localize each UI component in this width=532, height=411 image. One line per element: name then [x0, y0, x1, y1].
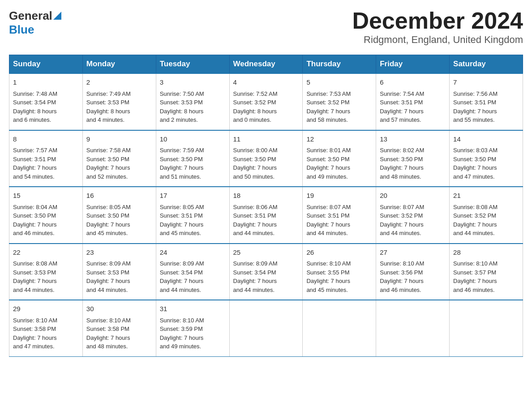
calendar-week-row: 22 Sunrise: 8:08 AMSunset: 3:53 PMDaylig… — [9, 244, 523, 300]
calendar-day-cell: 28 Sunrise: 8:10 AMSunset: 3:57 PMDaylig… — [450, 244, 523, 300]
calendar-week-row: 8 Sunrise: 7:57 AMSunset: 3:51 PMDayligh… — [9, 130, 523, 187]
calendar-day-cell: 13 Sunrise: 8:02 AMSunset: 3:50 PMDaylig… — [376, 130, 450, 187]
day-info: Sunrise: 8:09 AMSunset: 3:53 PMDaylight:… — [86, 259, 152, 294]
day-info: Sunrise: 8:10 AMSunset: 3:58 PMDaylight:… — [13, 316, 79, 351]
weekday-header: Tuesday — [156, 55, 229, 74]
day-info: Sunrise: 8:10 AMSunset: 3:57 PMDaylight:… — [453, 259, 519, 294]
calendar-week-row: 1 Sunrise: 7:48 AMSunset: 3:54 PMDayligh… — [9, 73, 523, 130]
day-info: Sunrise: 8:05 AMSunset: 3:51 PMDaylight:… — [160, 203, 226, 238]
day-info: Sunrise: 7:58 AMSunset: 3:50 PMDaylight:… — [86, 146, 152, 181]
day-number: 5 — [306, 77, 372, 88]
day-info: Sunrise: 7:57 AMSunset: 3:51 PMDaylight:… — [13, 146, 79, 181]
day-number: 6 — [380, 77, 446, 88]
day-info: Sunrise: 7:56 AMSunset: 3:51 PMDaylight:… — [453, 90, 519, 124]
day-info: Sunrise: 7:49 AMSunset: 3:53 PMDaylight:… — [86, 90, 152, 124]
day-info: Sunrise: 7:48 AMSunset: 3:54 PMDaylight:… — [13, 90, 79, 124]
weekday-header: Monday — [82, 55, 156, 74]
calendar-day-cell — [450, 300, 523, 356]
day-info: Sunrise: 8:04 AMSunset: 3:50 PMDaylight:… — [13, 203, 79, 238]
calendar-day-cell: 15 Sunrise: 8:04 AMSunset: 3:50 PMDaylig… — [9, 187, 83, 244]
day-info: Sunrise: 8:06 AMSunset: 3:51 PMDaylight:… — [233, 203, 299, 238]
day-number: 1 — [13, 77, 79, 88]
day-info: Sunrise: 8:07 AMSunset: 3:51 PMDaylight:… — [306, 203, 372, 238]
day-number: 27 — [380, 248, 446, 258]
day-info: Sunrise: 8:10 AMSunset: 3:56 PMDaylight:… — [380, 259, 446, 294]
day-info: Sunrise: 7:50 AMSunset: 3:53 PMDaylight:… — [160, 90, 226, 124]
day-info: Sunrise: 8:00 AMSunset: 3:50 PMDaylight:… — [233, 146, 299, 181]
calendar-day-cell: 11 Sunrise: 8:00 AMSunset: 3:50 PMDaylig… — [229, 130, 303, 187]
calendar-day-cell: 25 Sunrise: 8:09 AMSunset: 3:54 PMDaylig… — [229, 244, 303, 300]
weekday-header: Sunday — [9, 55, 83, 74]
calendar-day-cell: 29 Sunrise: 8:10 AMSunset: 3:58 PMDaylig… — [9, 300, 83, 356]
calendar-week-row: 15 Sunrise: 8:04 AMSunset: 3:50 PMDaylig… — [9, 187, 523, 244]
calendar-day-cell: 30 Sunrise: 8:10 AMSunset: 3:58 PMDaylig… — [82, 300, 156, 356]
calendar-day-cell: 1 Sunrise: 7:48 AMSunset: 3:54 PMDayligh… — [9, 73, 83, 130]
calendar-day-cell: 7 Sunrise: 7:56 AMSunset: 3:51 PMDayligh… — [450, 73, 523, 130]
day-number: 30 — [86, 304, 152, 314]
logo-general-text: General — [9, 9, 52, 23]
weekday-header: Thursday — [303, 55, 376, 74]
calendar-day-cell: 19 Sunrise: 8:07 AMSunset: 3:51 PMDaylig… — [303, 187, 376, 244]
calendar-table: SundayMondayTuesdayWednesdayThursdayFrid… — [9, 55, 523, 357]
calendar-day-cell: 24 Sunrise: 8:09 AMSunset: 3:54 PMDaylig… — [156, 244, 229, 300]
calendar-day-cell: 10 Sunrise: 7:59 AMSunset: 3:50 PMDaylig… — [156, 130, 229, 187]
weekday-header: Wednesday — [229, 55, 303, 74]
day-number: 28 — [453, 248, 519, 258]
title-block: December 2024 Ridgmont, England, United … — [352, 9, 523, 46]
day-number: 15 — [13, 191, 79, 201]
calendar-day-cell: 16 Sunrise: 8:05 AMSunset: 3:50 PMDaylig… — [82, 187, 156, 244]
day-number: 29 — [13, 304, 79, 314]
calendar-day-cell — [376, 300, 450, 356]
day-info: Sunrise: 8:08 AMSunset: 3:53 PMDaylight:… — [13, 259, 79, 294]
day-number: 20 — [380, 191, 446, 201]
day-number: 11 — [233, 134, 299, 145]
month-title: December 2024 — [352, 9, 523, 32]
day-info: Sunrise: 8:02 AMSunset: 3:50 PMDaylight:… — [380, 146, 446, 181]
day-info: Sunrise: 8:09 AMSunset: 3:54 PMDaylight:… — [160, 259, 226, 294]
day-info: Sunrise: 8:07 AMSunset: 3:52 PMDaylight:… — [380, 203, 446, 238]
day-number: 22 — [13, 248, 79, 258]
day-number: 14 — [453, 134, 519, 145]
day-info: Sunrise: 7:54 AMSunset: 3:51 PMDaylight:… — [380, 90, 446, 124]
day-info: Sunrise: 7:52 AMSunset: 3:52 PMDaylight:… — [233, 90, 299, 124]
day-number: 31 — [160, 304, 226, 314]
day-number: 25 — [233, 248, 299, 258]
day-number: 17 — [160, 191, 226, 201]
calendar-day-cell: 22 Sunrise: 8:08 AMSunset: 3:53 PMDaylig… — [9, 244, 83, 300]
calendar-day-cell: 2 Sunrise: 7:49 AMSunset: 3:53 PMDayligh… — [82, 73, 156, 130]
day-number: 19 — [306, 191, 372, 201]
day-info: Sunrise: 8:10 AMSunset: 3:59 PMDaylight:… — [160, 316, 226, 351]
day-number: 23 — [86, 248, 152, 258]
day-number: 7 — [453, 77, 519, 88]
day-number: 26 — [306, 248, 372, 258]
day-info: Sunrise: 7:59 AMSunset: 3:50 PMDaylight:… — [160, 146, 226, 181]
day-number: 10 — [160, 134, 226, 145]
page-header: General Blue December 2024 Ridgmont, Eng… — [9, 9, 523, 46]
day-number: 8 — [13, 134, 79, 145]
calendar-day-cell: 3 Sunrise: 7:50 AMSunset: 3:53 PMDayligh… — [156, 73, 229, 130]
day-info: Sunrise: 8:05 AMSunset: 3:50 PMDaylight:… — [86, 203, 152, 238]
weekday-header: Saturday — [450, 55, 523, 74]
day-number: 9 — [86, 134, 152, 145]
calendar-day-cell: 8 Sunrise: 7:57 AMSunset: 3:51 PMDayligh… — [9, 130, 83, 187]
day-number: 24 — [160, 248, 226, 258]
calendar-day-cell: 14 Sunrise: 8:03 AMSunset: 3:50 PMDaylig… — [450, 130, 523, 187]
calendar-day-cell: 9 Sunrise: 7:58 AMSunset: 3:50 PMDayligh… — [82, 130, 156, 187]
logo: General Blue — [9, 9, 61, 37]
day-number: 18 — [233, 191, 299, 201]
calendar-day-cell: 20 Sunrise: 8:07 AMSunset: 3:52 PMDaylig… — [376, 187, 450, 244]
calendar-day-cell: 31 Sunrise: 8:10 AMSunset: 3:59 PMDaylig… — [156, 300, 229, 356]
weekday-header: Friday — [376, 55, 450, 74]
day-number: 13 — [380, 134, 446, 145]
day-number: 4 — [233, 77, 299, 88]
calendar-day-cell: 12 Sunrise: 8:01 AMSunset: 3:50 PMDaylig… — [303, 130, 376, 187]
calendar-day-cell: 23 Sunrise: 8:09 AMSunset: 3:53 PMDaylig… — [82, 244, 156, 300]
calendar-day-cell: 17 Sunrise: 8:05 AMSunset: 3:51 PMDaylig… — [156, 187, 229, 244]
calendar-day-cell: 26 Sunrise: 8:10 AMSunset: 3:55 PMDaylig… — [303, 244, 376, 300]
logo-blue-text: Blue — [9, 23, 34, 37]
day-number: 12 — [306, 134, 372, 145]
day-info: Sunrise: 8:10 AMSunset: 3:55 PMDaylight:… — [306, 259, 372, 294]
calendar-day-cell: 18 Sunrise: 8:06 AMSunset: 3:51 PMDaylig… — [229, 187, 303, 244]
day-info: Sunrise: 8:10 AMSunset: 3:58 PMDaylight:… — [86, 316, 152, 351]
day-info: Sunrise: 8:08 AMSunset: 3:52 PMDaylight:… — [453, 203, 519, 238]
